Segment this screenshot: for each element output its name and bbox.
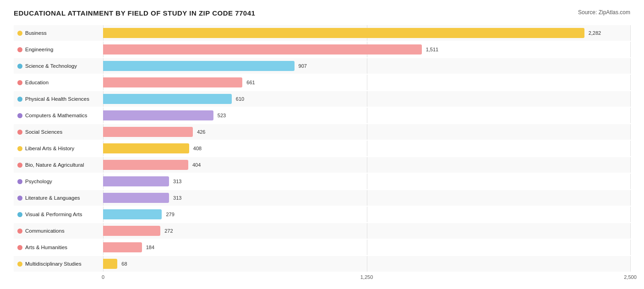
- bar-value-label: 68: [121, 261, 127, 267]
- grid-line: [630, 108, 631, 123]
- bar-fill: [103, 226, 160, 236]
- bar-fill: [103, 77, 242, 87]
- bar-dot: [17, 130, 22, 135]
- bar-label: Computers & Mathematics: [14, 108, 103, 123]
- grid-line: [367, 108, 367, 123]
- grid-line: [367, 174, 367, 189]
- bar-row: Science & Technology907: [14, 58, 630, 74]
- bar-dot: [17, 31, 22, 36]
- bar-value-label: 408: [193, 146, 202, 151]
- bar-dot: [17, 64, 22, 69]
- bar-row: Visual & Performing Arts279: [14, 207, 630, 222]
- bar-dot: [17, 113, 22, 118]
- bar-label: Arts & Humanities: [14, 240, 103, 255]
- bar-value-label: 404: [192, 162, 201, 168]
- grid-line: [367, 141, 367, 156]
- bar-dot: [17, 212, 22, 217]
- bar-value-label: 279: [166, 212, 174, 217]
- bar-fill: [103, 259, 117, 269]
- source-label: Source: ZipAtlas.com: [578, 9, 630, 16]
- bar-label: Bio, Nature & Agricultural: [14, 157, 103, 173]
- bar-row: Arts & Humanities184: [14, 240, 630, 255]
- bar-value-label: 610: [236, 96, 244, 102]
- bar-label: Science & Technology: [14, 58, 103, 74]
- bar-dot: [17, 97, 22, 102]
- bar-label-text: Engineering: [25, 47, 53, 52]
- bar-label: Visual & Performing Arts: [14, 207, 103, 222]
- bar-row: Bio, Nature & Agricultural404: [14, 157, 630, 173]
- x-tick-label: 0: [102, 274, 104, 280]
- grid-line: [367, 240, 367, 255]
- bar-fill: [103, 110, 213, 120]
- bar-dot: [17, 179, 22, 184]
- bar-dot: [17, 229, 22, 234]
- grid-line: [367, 58, 367, 74]
- grid-line: [367, 91, 367, 107]
- x-tick-label: 1,250: [360, 274, 373, 280]
- grid-line: [630, 240, 631, 255]
- bar-row: Psychology313: [14, 174, 630, 189]
- grid-line: [630, 223, 631, 239]
- bar-fill: [103, 61, 295, 71]
- grid-line: [630, 141, 631, 156]
- bar-label-text: Liberal Arts & History: [25, 146, 74, 151]
- x-tick-label: 2,500: [624, 274, 637, 280]
- bar-label: Physical & Health Sciences: [14, 91, 103, 107]
- bar-dot: [17, 245, 22, 250]
- bar-label: Liberal Arts & History: [14, 141, 103, 156]
- bar-row: Literature & Languages313: [14, 190, 630, 206]
- bar-value-label: 426: [197, 129, 205, 135]
- grid-line: [630, 190, 631, 206]
- bar-label-text: Bio, Nature & Agricultural: [25, 162, 84, 168]
- bar-label-text: Visual & Performing Arts: [25, 212, 82, 217]
- grid-line: [630, 91, 631, 107]
- bar-label-text: Arts & Humanities: [25, 245, 67, 250]
- bar-value-label: 523: [218, 113, 226, 118]
- bar-row: Education661: [14, 75, 630, 90]
- grid-line: [367, 124, 367, 140]
- grid-line: [367, 75, 367, 90]
- bar-dot: [17, 163, 22, 168]
- bar-dot: [17, 262, 22, 267]
- bar-label: Social Sciences: [14, 124, 103, 140]
- bar-fill: [103, 242, 142, 252]
- bar-label-text: Psychology: [25, 179, 52, 184]
- bar-value-label: 907: [299, 63, 307, 69]
- grid-line: [630, 256, 631, 272]
- bar-fill: [103, 176, 169, 186]
- bars-container: Business2,282Engineering1,511Science & T…: [14, 25, 630, 272]
- grid-line: [630, 124, 631, 140]
- grid-line: [630, 42, 631, 57]
- bar-row: Computers & Mathematics523: [14, 108, 630, 123]
- bar-label: Education: [14, 75, 103, 90]
- grid-line: [630, 58, 631, 74]
- bar-value-label: 661: [246, 80, 255, 85]
- bar-value-label: 2,282: [589, 30, 601, 36]
- bar-label-text: Multidisciplinary Studies: [25, 261, 82, 267]
- grid-line: [630, 207, 631, 222]
- bar-label-text: Physical & Health Sciences: [25, 96, 89, 102]
- grid-line: [630, 157, 631, 173]
- bar-label-text: Literature & Languages: [25, 195, 80, 201]
- bar-fill: [103, 127, 193, 137]
- bar-label: Literature & Languages: [14, 190, 103, 206]
- grid-line: [367, 157, 367, 173]
- grid-line: [630, 174, 631, 189]
- bar-value-label: 272: [164, 228, 173, 234]
- x-axis: 01,2502,500: [14, 274, 630, 283]
- bar-label: Psychology: [14, 174, 103, 189]
- bar-row: Communications272: [14, 223, 630, 239]
- bar-dot: [17, 196, 22, 201]
- bar-value-label: 313: [173, 179, 181, 184]
- bar-row: Multidisciplinary Studies68: [14, 256, 630, 272]
- bar-fill: [103, 28, 584, 38]
- bar-label-text: Education: [25, 80, 49, 85]
- bar-fill: [103, 44, 422, 55]
- bar-dot: [17, 80, 22, 85]
- bar-dot: [17, 146, 22, 151]
- bar-label-text: Science & Technology: [25, 63, 77, 69]
- bar-value-label: 1,511: [426, 47, 439, 52]
- bar-fill: [103, 94, 232, 104]
- bar-fill: [103, 193, 169, 203]
- bar-row: Liberal Arts & History408: [14, 141, 630, 156]
